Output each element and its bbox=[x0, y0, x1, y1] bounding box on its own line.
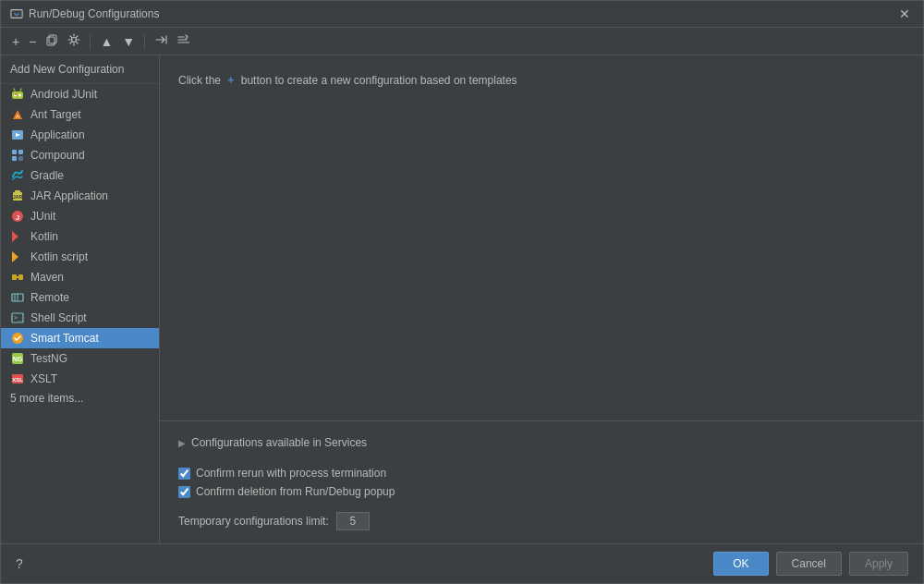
svg-rect-15 bbox=[18, 156, 23, 161]
ok-button[interactable]: OK bbox=[713, 552, 768, 576]
svg-point-3 bbox=[72, 38, 77, 43]
svg-rect-5 bbox=[12, 91, 23, 99]
svg-marker-21 bbox=[12, 231, 18, 242]
svg-rect-2 bbox=[49, 35, 56, 43]
sidebar-item-jar-application[interactable]: JAR JAR Application bbox=[1, 186, 159, 206]
temp-config-row: Temporary configurations limit: bbox=[178, 508, 905, 534]
toolbar: + − ▲ ▼ bbox=[1, 28, 923, 55]
right-panel: Click the + button to create a new confi… bbox=[160, 55, 923, 543]
run-debug-dialog: Run/Debug Configurations ✕ + − ▲ ▼ bbox=[0, 0, 924, 584]
xslt-icon: XSL bbox=[10, 371, 25, 386]
android-junit-icon bbox=[10, 87, 25, 102]
chevron-right-icon: ▶ bbox=[178, 438, 186, 448]
kotlin-script-icon bbox=[10, 249, 25, 264]
sidebar: Add New Configuration Android JUnit bbox=[1, 55, 160, 543]
svg-rect-17 bbox=[15, 190, 20, 193]
plus-symbol: + bbox=[227, 74, 234, 87]
sidebar-item-compound[interactable]: Compound bbox=[1, 145, 159, 165]
confirm-deletion-checkbox[interactable] bbox=[178, 486, 190, 498]
ant-target-icon: A bbox=[10, 107, 25, 122]
add-new-configuration-label: Add New Configuration bbox=[1, 57, 159, 84]
sidebar-item-kotlin[interactable]: Kotlin bbox=[1, 226, 159, 247]
add-config-button[interactable]: + bbox=[8, 32, 23, 51]
sidebar-item-gradle[interactable]: Gradle bbox=[1, 165, 159, 186]
compound-icon bbox=[10, 148, 25, 163]
temp-config-label: Temporary configurations limit: bbox=[178, 515, 329, 528]
svg-text:A: A bbox=[16, 114, 19, 119]
svg-text:JAR: JAR bbox=[13, 194, 22, 200]
sidebar-item-maven[interactable]: Maven bbox=[1, 267, 159, 287]
bottom-section: ▶ Configurations available in Services C… bbox=[160, 420, 923, 543]
svg-marker-23 bbox=[12, 251, 18, 262]
jar-application-icon: JAR bbox=[10, 189, 25, 203]
dialog-title: Run/Debug Configurations bbox=[10, 7, 159, 20]
temp-config-input[interactable] bbox=[336, 512, 370, 530]
application-icon bbox=[10, 128, 25, 142]
kotlin-icon bbox=[10, 229, 25, 244]
sidebar-item-testng[interactable]: NG TestNG bbox=[1, 348, 159, 369]
confirm-rerun-row: Confirm rerun with process termination bbox=[178, 464, 905, 482]
sort-button[interactable] bbox=[173, 31, 193, 51]
move-to-button[interactable] bbox=[151, 31, 171, 51]
svg-rect-27 bbox=[16, 276, 19, 278]
svg-rect-0 bbox=[11, 10, 22, 18]
main-content: Add New Configuration Android JUnit bbox=[1, 55, 923, 543]
apply-button[interactable]: Apply bbox=[849, 552, 908, 576]
svg-rect-13 bbox=[18, 150, 23, 154]
confirm-rerun-checkbox[interactable] bbox=[178, 468, 190, 480]
smart-tomcat-icon bbox=[10, 331, 25, 346]
svg-point-7 bbox=[18, 94, 21, 97]
services-label: Configurations available in Services bbox=[191, 436, 367, 449]
move-up-button[interactable]: ▲ bbox=[96, 32, 116, 51]
info-text: Click the + button to create a new confi… bbox=[178, 74, 905, 87]
dialog-buttons: ? OK Cancel Apply bbox=[1, 543, 923, 583]
svg-rect-8 bbox=[15, 93, 17, 95]
sidebar-item-kotlin-script[interactable]: Kotlin script bbox=[1, 247, 159, 267]
svg-rect-12 bbox=[12, 150, 17, 154]
svg-marker-24 bbox=[18, 251, 24, 262]
sidebar-item-shell-script[interactable]: >_ Shell Script bbox=[1, 308, 159, 328]
sidebar-item-remote[interactable]: Remote bbox=[1, 287, 159, 308]
panel-content: Click the + button to create a new confi… bbox=[160, 55, 923, 420]
sidebar-item-junit[interactable]: J JUnit bbox=[1, 206, 159, 226]
svg-rect-14 bbox=[12, 156, 17, 161]
svg-text:>_: >_ bbox=[14, 314, 22, 322]
testng-icon: NG bbox=[10, 351, 25, 366]
close-button[interactable]: ✕ bbox=[895, 6, 914, 21]
svg-text:NG: NG bbox=[13, 356, 23, 362]
remove-config-button[interactable]: − bbox=[25, 32, 40, 51]
svg-text:J: J bbox=[16, 213, 19, 222]
sidebar-item-xslt[interactable]: XSL XSLT bbox=[1, 369, 159, 389]
sidebar-item-android-junit[interactable]: Android JUnit bbox=[1, 84, 159, 104]
sidebar-item-smart-tomcat[interactable]: Smart Tomcat bbox=[1, 328, 159, 348]
confirm-rerun-label: Confirm rerun with process termination bbox=[196, 467, 386, 480]
svg-rect-1 bbox=[47, 37, 55, 45]
confirm-deletion-row: Confirm deletion from Run/Debug popup bbox=[178, 482, 905, 501]
shell-script-icon: >_ bbox=[10, 310, 25, 325]
maven-icon bbox=[10, 270, 25, 285]
move-down-button[interactable]: ▼ bbox=[118, 32, 139, 51]
sidebar-item-application[interactable]: Application bbox=[1, 125, 159, 145]
action-buttons: OK Cancel Apply bbox=[713, 552, 908, 576]
cancel-button[interactable]: Cancel bbox=[776, 552, 842, 576]
svg-text:XSL: XSL bbox=[12, 377, 23, 383]
remote-icon bbox=[10, 290, 25, 305]
more-items-link[interactable]: 5 more items... bbox=[1, 389, 159, 408]
confirm-deletion-label: Confirm deletion from Run/Debug popup bbox=[196, 485, 395, 498]
sidebar-item-ant-target[interactable]: A Ant Target bbox=[1, 104, 159, 125]
junit-icon: J bbox=[10, 209, 25, 224]
gradle-icon bbox=[10, 168, 25, 183]
title-bar: Run/Debug Configurations ✕ bbox=[1, 1, 923, 28]
help-button[interactable]: ? bbox=[16, 556, 23, 571]
services-collapsible[interactable]: ▶ Configurations available in Services bbox=[178, 431, 905, 455]
svg-marker-22 bbox=[18, 231, 24, 242]
checkboxes-section: Confirm rerun with process termination C… bbox=[178, 455, 905, 508]
settings-button[interactable] bbox=[64, 31, 84, 51]
copy-config-button[interactable] bbox=[42, 31, 62, 51]
